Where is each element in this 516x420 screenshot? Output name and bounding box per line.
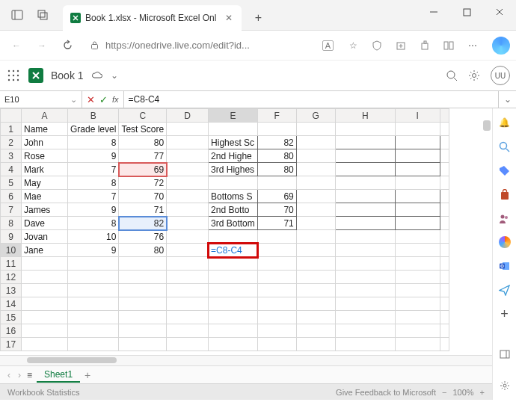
cell-F5[interactable] (257, 176, 296, 190)
cell-A6[interactable]: Mae (22, 190, 68, 203)
cell-I1[interactable] (395, 123, 440, 136)
cell-E2[interactable]: Highest Sc (209, 136, 258, 149)
workbook-title[interactable]: Book 1 (51, 70, 84, 81)
spreadsheet-grid[interactable]: ABCDEFGHI1NameGrade levelTest Score2John… (0, 108, 492, 355)
cell-E12[interactable] (209, 271, 258, 284)
cell-H5[interactable] (335, 176, 395, 190)
cell-H17[interactable] (335, 338, 395, 351)
sheet-tab-active[interactable]: Sheet1 (37, 368, 80, 383)
cell-D10[interactable] (167, 244, 209, 257)
row-header-16[interactable]: 16 (1, 324, 22, 338)
cell-G14[interactable] (296, 297, 335, 311)
cell-H11[interactable] (335, 257, 395, 271)
search-icon[interactable] (446, 70, 458, 81)
collections-icon[interactable] (393, 38, 408, 53)
cell-D9[interactable] (167, 230, 209, 244)
cell-F3[interactable]: 80 (257, 149, 296, 163)
cell-A14[interactable] (22, 297, 68, 311)
cell-E7[interactable]: 2nd Botto (209, 203, 258, 217)
row-header-11[interactable]: 11 (1, 257, 22, 271)
cell-F15[interactable] (257, 311, 296, 324)
tag-icon[interactable] (498, 164, 512, 177)
cell-C14[interactable] (119, 297, 167, 311)
row-header-12[interactable]: 12 (1, 271, 22, 284)
shopping-icon[interactable] (498, 188, 512, 201)
cell-A9[interactable]: Jovan (22, 230, 68, 244)
rail-settings-icon[interactable] (498, 379, 512, 392)
settings-icon[interactable] (468, 70, 480, 81)
cell-C12[interactable] (119, 271, 167, 284)
cell-F4[interactable]: 80 (257, 163, 296, 176)
row-header-13[interactable]: 13 (1, 284, 22, 297)
cell-E8[interactable]: 3rd Bottom (209, 217, 258, 230)
cell-A3[interactable]: Rose (22, 149, 68, 163)
cell-C1[interactable]: Test Score (119, 123, 167, 136)
cell-G13[interactable] (296, 284, 335, 297)
cell-E3[interactable]: 2nd Highe (209, 149, 258, 163)
row-header-3[interactable]: 3 (1, 149, 22, 163)
cell-F8[interactable]: 71 (257, 217, 296, 230)
user-avatar[interactable]: UU (491, 66, 510, 85)
cell-B5[interactable]: 8 (68, 176, 119, 190)
cell-E5[interactable] (209, 176, 258, 190)
cell-B8[interactable]: 8 (68, 217, 119, 230)
cell-B14[interactable] (68, 297, 119, 311)
cell-G6[interactable] (296, 190, 335, 203)
minimize-button[interactable] (417, 0, 450, 24)
cell-C16[interactable] (119, 324, 167, 338)
cell-B16[interactable] (68, 324, 119, 338)
cell-G7[interactable] (296, 203, 335, 217)
cell-D17[interactable] (167, 338, 209, 351)
cell-F14[interactable] (257, 297, 296, 311)
cell-B6[interactable]: 7 (68, 190, 119, 203)
row-header-7[interactable]: 7 (1, 203, 22, 217)
cell-A17[interactable] (22, 338, 68, 351)
cell-I6[interactable] (395, 190, 440, 203)
row-header-4[interactable]: 4 (1, 163, 22, 176)
horizontal-scrollbar[interactable] (0, 355, 492, 365)
rail-search-icon[interactable] (498, 140, 512, 153)
title-chevron-icon[interactable]: ⌄ (111, 70, 118, 81)
cell-B13[interactable] (68, 284, 119, 297)
notifications-icon[interactable]: 🔔 (498, 116, 512, 129)
cell-D5[interactable] (167, 176, 209, 190)
cell-B4[interactable]: 7 (68, 163, 119, 176)
cell-I16[interactable] (395, 324, 440, 338)
cell-G12[interactable] (296, 271, 335, 284)
cell-D8[interactable] (167, 217, 209, 230)
cell-G15[interactable] (296, 311, 335, 324)
cloud-saved-icon[interactable] (91, 70, 103, 81)
chevron-down-icon[interactable]: ⌄ (70, 95, 77, 105)
cell-H14[interactable] (335, 297, 395, 311)
cell-A2[interactable]: John (22, 136, 68, 149)
row-header-1[interactable]: 1 (1, 123, 22, 136)
cell-I14[interactable] (395, 297, 440, 311)
nav-forward-icon[interactable]: → (31, 35, 52, 56)
cell-E13[interactable] (209, 284, 258, 297)
app-launcher-icon[interactable] (6, 68, 21, 83)
close-window-button[interactable] (483, 0, 516, 24)
cell-H16[interactable] (335, 324, 395, 338)
cell-C9[interactable]: 76 (119, 230, 167, 244)
send-icon[interactable] (498, 283, 512, 297)
cell-H7[interactable] (335, 203, 395, 217)
col-header-G[interactable]: G (296, 109, 335, 123)
cell-E9[interactable] (209, 230, 258, 244)
refresh-icon[interactable] (57, 35, 78, 56)
cell-G3[interactable] (296, 149, 335, 163)
prev-sheet-icon[interactable]: ‹ (6, 370, 12, 380)
cell-G2[interactable] (296, 136, 335, 149)
cell-G16[interactable] (296, 324, 335, 338)
name-box[interactable]: E10 ⌄ (0, 91, 82, 108)
cell-I10[interactable] (395, 244, 440, 257)
cell-B7[interactable]: 9 (68, 203, 119, 217)
cell-I11[interactable] (395, 257, 440, 271)
cell-C6[interactable]: 70 (119, 190, 167, 203)
cell-F7[interactable]: 70 (257, 203, 296, 217)
cell-D13[interactable] (167, 284, 209, 297)
cell-A16[interactable] (22, 324, 68, 338)
hscroll-thumb[interactable] (27, 357, 117, 363)
feedback-label[interactable]: Give Feedback to Microsoft (336, 388, 436, 397)
cell-H8[interactable] (335, 217, 395, 230)
cell-C4[interactable]: 69 (119, 163, 167, 176)
